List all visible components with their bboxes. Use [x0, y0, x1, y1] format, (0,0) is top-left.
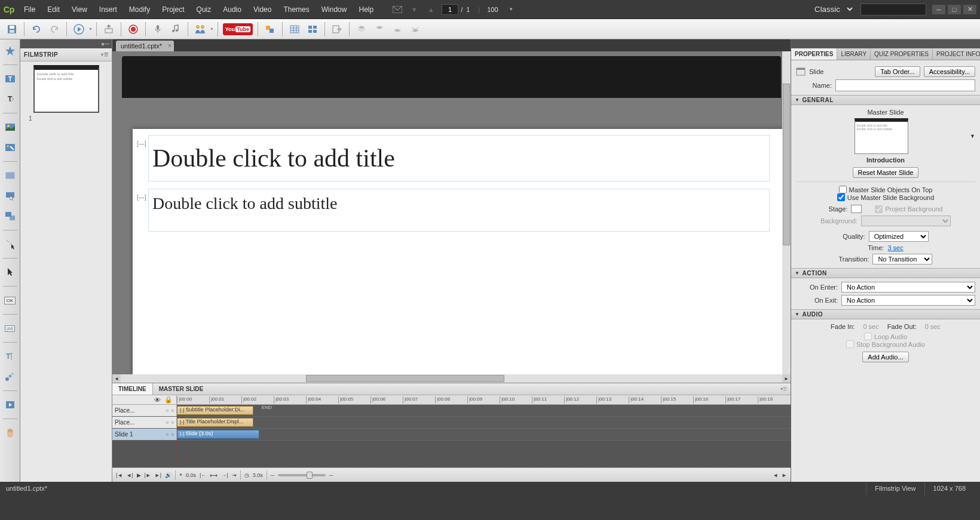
tab-order-button[interactable]: Tab Order...: [875, 66, 920, 77]
menu-themes[interactable]: Themes: [277, 0, 315, 19]
send-back-icon[interactable]: [407, 21, 424, 37]
minimize-button[interactable]: ─: [932, 5, 945, 14]
snap-right-icon[interactable]: →|: [221, 472, 228, 478]
canvas-area[interactable]: [—] Double click to add title [—] Double…: [112, 51, 791, 383]
zoom-value[interactable]: 100: [485, 6, 509, 13]
extend-icon[interactable]: ⇥: [232, 472, 237, 478]
timeline-row-track[interactable]: [-] Subtitle Placeholder:Di...END: [177, 405, 791, 416]
music-note-icon[interactable]: [167, 21, 184, 37]
mail-icon[interactable]: [390, 2, 405, 17]
text-caption-icon[interactable]: T: [2, 71, 18, 87]
page-current[interactable]: 1: [442, 4, 458, 15]
lock-icon[interactable]: 🔒: [164, 396, 173, 404]
text-animation-icon[interactable]: T: [2, 349, 18, 364]
zoom-out-icon[interactable]: ─: [271, 472, 274, 478]
menu-window[interactable]: Window: [316, 0, 353, 19]
mute-icon[interactable]: 🔊: [165, 472, 172, 478]
section-audio[interactable]: ▼AUDIO: [791, 309, 980, 319]
timeline-zoom-slider[interactable]: [278, 474, 326, 476]
timeline-clip[interactable]: [-] Title Placeholder:Displ...: [177, 418, 253, 427]
eye-icon[interactable]: 👁: [154, 396, 161, 404]
snap-left-icon[interactable]: |←: [200, 472, 206, 478]
step-back-icon[interactable]: ◄|: [126, 472, 133, 478]
characters-icon[interactable]: [192, 21, 209, 37]
menu-insert[interactable]: Insert: [93, 0, 123, 19]
click-box-icon[interactable]: [2, 188, 18, 204]
next-slide-icon[interactable]: ▲: [424, 2, 438, 17]
zoom-area-icon[interactable]: [2, 208, 18, 224]
publish-icon[interactable]: [100, 21, 117, 37]
scroll-left-icon[interactable]: ◄: [773, 472, 778, 478]
scroll-left-icon[interactable]: ◄: [112, 374, 121, 383]
menu-modify[interactable]: Modify: [123, 0, 156, 19]
panel-menu-icon[interactable]: ▾☰: [101, 52, 108, 57]
tab-timeline[interactable]: TIMELINE: [112, 383, 153, 395]
tab-master-slide[interactable]: MASTER SLIDE: [153, 383, 209, 395]
timeline-row-head[interactable]: Slide 1○○: [112, 429, 177, 440]
pointer-icon[interactable]: [2, 264, 18, 280]
tab-quiz-properties[interactable]: QUIZ PROPERTIES: [871, 48, 933, 60]
timeline-row-head[interactable]: Place...○○: [112, 417, 177, 428]
close-tab-icon[interactable]: ×: [168, 42, 172, 49]
rollover-image-icon[interactable]: [2, 140, 18, 155]
horizontal-scrollbar[interactable]: ◄ ►: [112, 374, 791, 383]
close-button[interactable]: ✕: [963, 5, 976, 14]
search-input[interactable]: [860, 4, 926, 16]
menu-project[interactable]: Project: [156, 0, 190, 19]
play-icon[interactable]: [71, 21, 87, 37]
timeline-row-track[interactable]: [-] Title Placeholder:Displ...: [177, 417, 791, 428]
menu-video[interactable]: Video: [247, 0, 277, 19]
filmstrip-thumb-1[interactable]: Double click to add title Double click t…: [33, 65, 99, 113]
reset-master-slide-button[interactable]: Reset Master Slide: [853, 167, 919, 178]
table-icon[interactable]: [286, 21, 303, 37]
stage-color-swatch[interactable]: [851, 205, 862, 213]
section-action[interactable]: ▼ACTION: [791, 268, 980, 278]
step-fwd-icon[interactable]: |►: [145, 472, 151, 478]
zoom-in-icon[interactable]: ─: [329, 472, 333, 478]
record-icon[interactable]: [125, 21, 142, 37]
bring-front-icon[interactable]: [353, 21, 370, 37]
master-slide-thumb[interactable]: Double click to add titleDouble click to…: [855, 118, 908, 154]
menu-file[interactable]: File: [18, 0, 41, 19]
timeline-clip[interactable]: [-] Subtitle Placeholder:Di...: [177, 406, 253, 415]
title-placeholder[interactable]: Double click to add title: [149, 136, 769, 181]
section-general[interactable]: ▼GENERAL: [791, 95, 980, 105]
panel-menu-icon[interactable]: ▾☰: [780, 386, 791, 392]
timeline-clip[interactable]: [-] Slide (3.0s): [177, 430, 259, 439]
grid-icon[interactable]: [304, 21, 321, 37]
hand-icon[interactable]: [2, 425, 18, 441]
tab-properties[interactable]: PROPERTIES: [791, 48, 837, 60]
scroll-right-icon[interactable]: ►: [782, 374, 791, 383]
on-exit-select[interactable]: No Action: [841, 295, 975, 306]
accessibility-button[interactable]: Accessibility...: [924, 66, 975, 77]
prev-slide-icon[interactable]: ▼: [407, 2, 421, 17]
play-icon[interactable]: ▶: [137, 472, 141, 478]
scroll-right-icon[interactable]: ►: [782, 472, 787, 478]
save-icon[interactable]: [4, 21, 20, 37]
exit-icon[interactable]: [329, 21, 345, 37]
send-backward-icon[interactable]: [389, 21, 406, 37]
microphone-icon[interactable]: [149, 21, 166, 37]
ok-button-icon[interactable]: OK: [2, 293, 18, 308]
time-value[interactable]: 3 sec: [887, 244, 903, 251]
quality-select[interactable]: Optimized: [869, 231, 929, 242]
master-slide-dropdown-icon[interactable]: ▼: [970, 133, 975, 139]
tab-library[interactable]: LIBRARY: [837, 48, 871, 60]
goto-end-icon[interactable]: ►|: [155, 472, 161, 478]
goto-start-icon[interactable]: |◄: [116, 472, 122, 478]
tab-project-info[interactable]: PROJECT INFO: [933, 48, 980, 60]
bring-forward-icon[interactable]: [371, 21, 388, 37]
transition-select[interactable]: No Transition: [872, 254, 932, 264]
mouse-icon[interactable]: [2, 236, 18, 252]
undo-icon[interactable]: [28, 21, 45, 37]
highlight-box-icon[interactable]: [2, 168, 18, 183]
flash-video-icon[interactable]: [2, 397, 18, 413]
zoom-dropdown-icon[interactable]: ▼: [509, 7, 513, 12]
panels-icon[interactable]: [262, 21, 278, 37]
timeline-row-head[interactable]: Place...○○: [112, 405, 177, 416]
vertical-scrollbar[interactable]: [782, 51, 791, 374]
menu-view[interactable]: View: [66, 0, 93, 19]
menu-help[interactable]: Help: [353, 0, 379, 19]
chk-use-master-bg[interactable]: [837, 193, 845, 201]
shape-star-icon[interactable]: [2, 43, 18, 59]
